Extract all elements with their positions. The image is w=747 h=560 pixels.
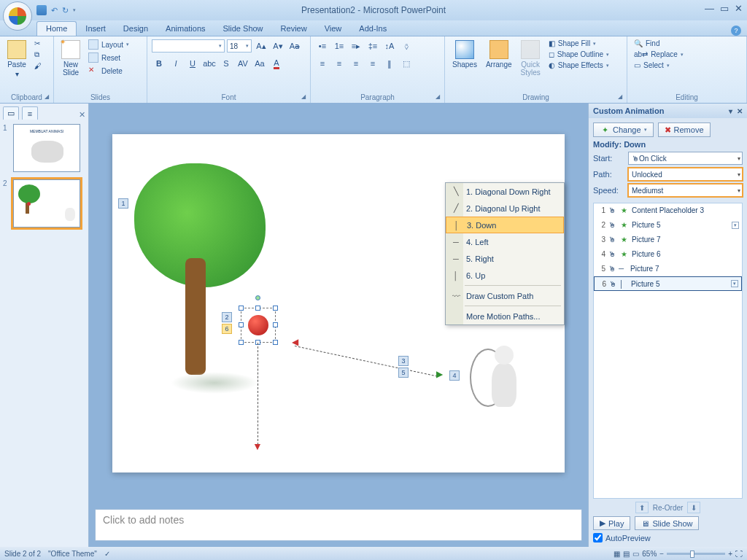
cut-button[interactable]: ✂ bbox=[32, 39, 44, 48]
find-button[interactable]: 🔍Find bbox=[632, 39, 686, 48]
font-family-combo[interactable]: ▾ bbox=[152, 39, 225, 52]
reorder-down-button[interactable]: ⬇ bbox=[687, 502, 700, 513]
office-button[interactable] bbox=[3, 1, 32, 31]
menu-up[interactable]: │6. Up bbox=[446, 267, 564, 284]
tab-view[interactable]: View bbox=[316, 22, 351, 36]
restore-button[interactable]: ▭ bbox=[720, 3, 729, 14]
replace-button[interactable]: ab⇄Replace▾ bbox=[632, 50, 686, 59]
layout-button[interactable]: Layout▾ bbox=[86, 39, 131, 50]
zoom-slider[interactable] bbox=[667, 553, 725, 555]
font-color-button[interactable]: A bbox=[269, 56, 284, 71]
notes-pane[interactable]: Click to add notes bbox=[95, 509, 582, 541]
reorder-up-button[interactable]: ⬆ bbox=[635, 502, 649, 513]
autopreview-check[interactable]: AutoPreview bbox=[593, 533, 743, 542]
delete-button[interactable]: ✕Delete bbox=[86, 65, 131, 77]
tab-home[interactable]: Home bbox=[36, 21, 77, 36]
zoom-out-button[interactable]: − bbox=[659, 550, 664, 558]
columns-button[interactable]: ‖ bbox=[382, 56, 397, 71]
view-sorter-icon[interactable]: ▤ bbox=[623, 550, 630, 558]
taskpane-close-icon[interactable]: ✕ bbox=[737, 107, 743, 115]
apple-picture[interactable] bbox=[248, 315, 268, 335]
anim-item-3[interactable]: 3🖱★Picture 7 bbox=[594, 233, 742, 247]
undo-icon[interactable]: ↶ bbox=[51, 6, 58, 15]
shrink-font-button[interactable]: A▾ bbox=[271, 39, 285, 53]
menu-more-paths[interactable]: More Motion Paths... bbox=[446, 308, 564, 324]
shape-effects-button[interactable]: ◐Shape Effects▾ bbox=[546, 61, 611, 70]
tab-animations[interactable]: Animations bbox=[157, 22, 214, 36]
tab-add-ins[interactable]: Add-Ins bbox=[350, 22, 395, 36]
bold-button[interactable]: B bbox=[152, 56, 166, 71]
shapes-button[interactable]: Shapes bbox=[449, 39, 480, 70]
start-dropdown[interactable]: 🖱 On Click▾ bbox=[628, 152, 743, 165]
anim-item-5[interactable]: 5🖱─Picture 7 bbox=[594, 262, 742, 276]
underline-button[interactable]: U bbox=[185, 56, 200, 71]
slide-panel-close-icon[interactable]: ✕ bbox=[79, 110, 85, 120]
shape-outline-button[interactable]: ◻Shape Outline▾ bbox=[546, 50, 611, 59]
reset-button[interactable]: Reset bbox=[86, 52, 131, 63]
path-dropdown[interactable]: Unlocked▾ bbox=[628, 168, 743, 181]
menu-draw-custom[interactable]: 〰Draw Custom Path bbox=[446, 287, 564, 304]
align-left-button[interactable]: ≡ bbox=[315, 56, 330, 71]
redo-icon[interactable]: ↻ bbox=[62, 6, 69, 15]
menu-left[interactable]: ─4. Left bbox=[446, 233, 564, 250]
anim-tag-6[interactable]: 6 bbox=[222, 324, 232, 334]
select-button[interactable]: ▭Select▾ bbox=[632, 61, 686, 70]
fit-window-button[interactable]: ⛶ bbox=[735, 550, 743, 558]
shadow-button[interactable]: S bbox=[219, 56, 233, 71]
anim-item-6[interactable]: 6🖱│Picture 5▾ bbox=[594, 276, 742, 291]
format-painter-button[interactable]: 🖌 bbox=[32, 61, 44, 71]
close-button[interactable]: ✕ bbox=[735, 3, 743, 14]
clear-format-button[interactable]: Aa̶ bbox=[287, 39, 302, 53]
archer-picture[interactable] bbox=[470, 341, 535, 421]
save-icon[interactable] bbox=[36, 5, 47, 15]
remove-button[interactable]: ✖Remove bbox=[658, 122, 711, 137]
tree-picture[interactable] bbox=[134, 163, 266, 375]
strike-button[interactable]: abc bbox=[202, 56, 217, 71]
help-icon[interactable]: ? bbox=[731, 26, 741, 36]
align-center-button[interactable]: ≡ bbox=[332, 56, 347, 71]
copy-button[interactable]: ⧉ bbox=[32, 50, 44, 60]
menu-diag-up-right[interactable]: ╱2. Diagonal Up Right bbox=[446, 200, 564, 217]
animation-list[interactable]: 1🖱★Content Placeholder 3 2🖱★Picture 5▾ 3… bbox=[593, 203, 743, 499]
change-case-button[interactable]: Aa bbox=[252, 56, 267, 71]
anim-tag-3[interactable]: 3 bbox=[398, 356, 409, 366]
anim-item-2[interactable]: 2🖱★Picture 5▾ bbox=[594, 218, 742, 233]
tab-design[interactable]: Design bbox=[115, 22, 157, 36]
tab-insert[interactable]: Insert bbox=[77, 22, 115, 36]
anim-item-1[interactable]: 1🖱★Content Placeholder 3 bbox=[594, 203, 742, 218]
outline-tab[interactable]: ≡ bbox=[22, 106, 38, 120]
italic-button[interactable]: I bbox=[169, 56, 183, 71]
spellcheck-icon[interactable]: ✓ bbox=[104, 550, 110, 558]
slides-tab[interactable]: ▭ bbox=[3, 106, 19, 120]
view-normal-icon[interactable]: ▦ bbox=[614, 550, 620, 558]
menu-diag-down-right[interactable]: ╲1. Diagonal Down Right bbox=[446, 183, 564, 200]
text-direction-button[interactable]: ↕A bbox=[382, 39, 397, 53]
slide-edit-area[interactable]: 1 2 6 ▼ bbox=[89, 104, 588, 547]
zoom-percent[interactable]: 65% bbox=[642, 550, 657, 558]
view-show-icon[interactable]: ▭ bbox=[632, 550, 639, 558]
font-size-combo[interactable]: 18▾ bbox=[227, 39, 252, 52]
char-spacing-button[interactable]: AV bbox=[236, 56, 250, 71]
quick-styles-button[interactable]: Quick Styles bbox=[518, 39, 543, 78]
new-slide-button[interactable]: New Slide bbox=[58, 39, 83, 78]
line-spacing-button[interactable]: ‡≡ bbox=[365, 39, 380, 53]
anim-tag-4[interactable]: 4 bbox=[449, 370, 460, 381]
justify-button[interactable]: ≡ bbox=[365, 56, 380, 71]
align-right-button[interactable]: ≡ bbox=[349, 56, 363, 71]
slideshow-button[interactable]: 🖥 Slide Show bbox=[635, 516, 699, 530]
grow-font-button[interactable]: A▴ bbox=[254, 39, 268, 53]
taskpane-menu-icon[interactable]: ▾ bbox=[729, 107, 732, 115]
qat-more-icon[interactable]: ▾ bbox=[73, 7, 76, 13]
menu-down[interactable]: │3. Down bbox=[446, 217, 564, 233]
anim-tag-1[interactable]: 1 bbox=[118, 198, 128, 209]
tab-slide-show[interactable]: Slide Show bbox=[214, 22, 272, 36]
slide-canvas[interactable]: 1 2 6 ▼ bbox=[112, 134, 565, 472]
arrange-button[interactable]: Arrange bbox=[483, 39, 515, 70]
align-text-button[interactable]: ⎀ bbox=[399, 39, 414, 53]
tab-review[interactable]: Review bbox=[272, 22, 316, 36]
shape-fill-button[interactable]: ◧Shape Fill▾ bbox=[546, 39, 611, 48]
zoom-in-button[interactable]: + bbox=[728, 550, 732, 558]
minimize-button[interactable]: — bbox=[705, 3, 714, 14]
anim-tag-2[interactable]: 2 bbox=[222, 312, 232, 322]
thumb-2[interactable]: 2 bbox=[3, 179, 85, 228]
